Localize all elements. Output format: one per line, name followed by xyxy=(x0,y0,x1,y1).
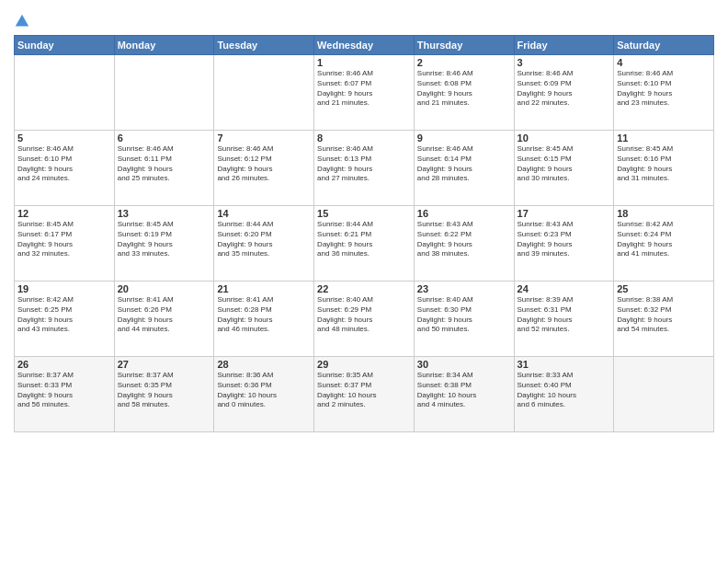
day-number: 15 xyxy=(317,208,411,219)
logo xyxy=(14,13,32,29)
day-info: Sunrise: 8:45 AM Sunset: 6:15 PM Dayligh… xyxy=(518,144,611,184)
day-info: Sunrise: 8:46 AM Sunset: 6:10 PM Dayligh… xyxy=(17,144,111,184)
day-number: 17 xyxy=(518,208,611,219)
calendar-cell: 15Sunrise: 8:44 AM Sunset: 6:21 PM Dayli… xyxy=(314,206,415,282)
day-info: Sunrise: 8:35 AM Sunset: 6:37 PM Dayligh… xyxy=(317,371,411,410)
day-number: 29 xyxy=(317,359,411,370)
calendar-header-friday: Friday xyxy=(514,36,614,55)
calendar-table: SundayMondayTuesdayWednesdayThursdayFrid… xyxy=(14,35,714,432)
day-info: Sunrise: 8:46 AM Sunset: 6:11 PM Dayligh… xyxy=(118,144,211,184)
calendar-week-row: 26Sunrise: 8:37 AM Sunset: 6:33 PM Dayli… xyxy=(15,357,714,432)
calendar-cell: 24Sunrise: 8:39 AM Sunset: 6:31 PM Dayli… xyxy=(514,282,614,357)
day-info: Sunrise: 8:46 AM Sunset: 6:08 PM Dayligh… xyxy=(417,69,511,109)
day-info: Sunrise: 8:46 AM Sunset: 6:09 PM Dayligh… xyxy=(518,69,611,109)
day-number: 4 xyxy=(617,57,711,68)
day-number: 28 xyxy=(217,359,311,370)
calendar-cell xyxy=(614,357,714,432)
day-info: Sunrise: 8:37 AM Sunset: 6:33 PM Dayligh… xyxy=(17,371,111,410)
calendar-header-wednesday: Wednesday xyxy=(314,36,415,55)
svg-marker-0 xyxy=(16,15,28,27)
day-info: Sunrise: 8:39 AM Sunset: 6:31 PM Dayligh… xyxy=(518,295,611,335)
calendar-cell xyxy=(15,55,115,131)
calendar-header-saturday: Saturday xyxy=(614,36,714,55)
calendar-cell: 12Sunrise: 8:45 AM Sunset: 6:17 PM Dayli… xyxy=(15,206,115,282)
day-number: 31 xyxy=(518,359,611,370)
calendar-cell: 10Sunrise: 8:45 AM Sunset: 6:15 PM Dayli… xyxy=(514,131,614,206)
day-number: 5 xyxy=(17,132,111,144)
logo-icon xyxy=(14,13,30,29)
day-number: 20 xyxy=(118,283,211,294)
calendar-cell: 4Sunrise: 8:46 AM Sunset: 6:10 PM Daylig… xyxy=(614,55,714,131)
calendar-week-row: 12Sunrise: 8:45 AM Sunset: 6:17 PM Dayli… xyxy=(15,206,714,282)
calendar-cell: 22Sunrise: 8:40 AM Sunset: 6:29 PM Dayli… xyxy=(314,282,415,357)
calendar-header-tuesday: Tuesday xyxy=(214,36,314,55)
day-number: 3 xyxy=(518,57,611,68)
day-number: 27 xyxy=(118,359,211,370)
day-info: Sunrise: 8:42 AM Sunset: 6:25 PM Dayligh… xyxy=(17,295,111,335)
day-info: Sunrise: 8:43 AM Sunset: 6:23 PM Dayligh… xyxy=(518,220,611,259)
day-info: Sunrise: 8:45 AM Sunset: 6:17 PM Dayligh… xyxy=(17,220,111,259)
calendar-cell: 6Sunrise: 8:46 AM Sunset: 6:11 PM Daylig… xyxy=(114,131,214,206)
day-number: 25 xyxy=(617,283,711,294)
calendar-cell: 5Sunrise: 8:46 AM Sunset: 6:10 PM Daylig… xyxy=(15,131,115,206)
calendar-week-row: 19Sunrise: 8:42 AM Sunset: 6:25 PM Dayli… xyxy=(15,282,714,357)
calendar-cell: 18Sunrise: 8:42 AM Sunset: 6:24 PM Dayli… xyxy=(614,206,714,282)
day-number: 23 xyxy=(417,283,511,294)
day-info: Sunrise: 8:44 AM Sunset: 6:20 PM Dayligh… xyxy=(217,220,311,259)
calendar-cell: 17Sunrise: 8:43 AM Sunset: 6:23 PM Dayli… xyxy=(514,206,614,282)
calendar-cell: 30Sunrise: 8:34 AM Sunset: 6:38 PM Dayli… xyxy=(414,357,514,432)
calendar-week-row: 5Sunrise: 8:46 AM Sunset: 6:10 PM Daylig… xyxy=(15,131,714,206)
day-info: Sunrise: 8:41 AM Sunset: 6:26 PM Dayligh… xyxy=(118,295,211,335)
calendar-cell: 28Sunrise: 8:36 AM Sunset: 6:36 PM Dayli… xyxy=(214,357,314,432)
calendar-cell: 13Sunrise: 8:45 AM Sunset: 6:19 PM Dayli… xyxy=(114,206,214,282)
calendar-cell: 19Sunrise: 8:42 AM Sunset: 6:25 PM Dayli… xyxy=(15,282,115,357)
day-number: 13 xyxy=(118,208,211,219)
day-info: Sunrise: 8:41 AM Sunset: 6:28 PM Dayligh… xyxy=(217,295,311,335)
day-info: Sunrise: 8:44 AM Sunset: 6:21 PM Dayligh… xyxy=(317,220,411,259)
day-info: Sunrise: 8:45 AM Sunset: 6:16 PM Dayligh… xyxy=(617,144,711,184)
day-info: Sunrise: 8:33 AM Sunset: 6:40 PM Dayligh… xyxy=(518,371,611,410)
calendar-cell: 14Sunrise: 8:44 AM Sunset: 6:20 PM Dayli… xyxy=(214,206,314,282)
day-info: Sunrise: 8:42 AM Sunset: 6:24 PM Dayligh… xyxy=(617,220,711,259)
calendar-cell: 25Sunrise: 8:38 AM Sunset: 6:32 PM Dayli… xyxy=(614,282,714,357)
calendar-cell xyxy=(114,55,214,131)
calendar-cell: 3Sunrise: 8:46 AM Sunset: 6:09 PM Daylig… xyxy=(514,55,614,131)
calendar-cell: 7Sunrise: 8:46 AM Sunset: 6:12 PM Daylig… xyxy=(214,131,314,206)
calendar-week-row: 1Sunrise: 8:46 AM Sunset: 6:07 PM Daylig… xyxy=(15,55,714,131)
day-info: Sunrise: 8:45 AM Sunset: 6:19 PM Dayligh… xyxy=(118,220,211,259)
calendar-cell: 20Sunrise: 8:41 AM Sunset: 6:26 PM Dayli… xyxy=(114,282,214,357)
day-info: Sunrise: 8:37 AM Sunset: 6:35 PM Dayligh… xyxy=(118,371,211,410)
day-number: 14 xyxy=(217,208,311,219)
day-number: 18 xyxy=(617,208,711,219)
day-number: 9 xyxy=(417,132,511,144)
calendar-cell: 27Sunrise: 8:37 AM Sunset: 6:35 PM Dayli… xyxy=(114,357,214,432)
calendar-header-sunday: Sunday xyxy=(15,36,115,55)
day-info: Sunrise: 8:36 AM Sunset: 6:36 PM Dayligh… xyxy=(217,371,311,410)
day-number: 8 xyxy=(317,132,411,144)
calendar-cell: 16Sunrise: 8:43 AM Sunset: 6:22 PM Dayli… xyxy=(414,206,514,282)
header xyxy=(14,9,714,29)
day-info: Sunrise: 8:34 AM Sunset: 6:38 PM Dayligh… xyxy=(417,371,511,410)
calendar-cell: 2Sunrise: 8:46 AM Sunset: 6:08 PM Daylig… xyxy=(414,55,514,131)
day-number: 24 xyxy=(518,283,611,294)
calendar-cell: 29Sunrise: 8:35 AM Sunset: 6:37 PM Dayli… xyxy=(314,357,415,432)
day-number: 16 xyxy=(417,208,511,219)
day-info: Sunrise: 8:46 AM Sunset: 6:12 PM Dayligh… xyxy=(217,144,311,184)
day-number: 26 xyxy=(17,359,111,370)
day-info: Sunrise: 8:43 AM Sunset: 6:22 PM Dayligh… xyxy=(417,220,511,259)
day-info: Sunrise: 8:40 AM Sunset: 6:30 PM Dayligh… xyxy=(417,295,511,335)
calendar-cell: 8Sunrise: 8:46 AM Sunset: 6:13 PM Daylig… xyxy=(314,131,415,206)
day-info: Sunrise: 8:46 AM Sunset: 6:07 PM Dayligh… xyxy=(317,69,411,109)
calendar-cell: 21Sunrise: 8:41 AM Sunset: 6:28 PM Dayli… xyxy=(214,282,314,357)
calendar-header-monday: Monday xyxy=(114,36,214,55)
day-info: Sunrise: 8:38 AM Sunset: 6:32 PM Dayligh… xyxy=(617,295,711,335)
day-number: 19 xyxy=(17,283,111,294)
day-number: 7 xyxy=(217,132,311,144)
day-info: Sunrise: 8:46 AM Sunset: 6:10 PM Dayligh… xyxy=(617,69,711,109)
day-info: Sunrise: 8:46 AM Sunset: 6:13 PM Dayligh… xyxy=(317,144,411,184)
calendar-cell: 11Sunrise: 8:45 AM Sunset: 6:16 PM Dayli… xyxy=(614,131,714,206)
calendar-cell: 26Sunrise: 8:37 AM Sunset: 6:33 PM Dayli… xyxy=(15,357,115,432)
calendar-cell: 31Sunrise: 8:33 AM Sunset: 6:40 PM Dayli… xyxy=(514,357,614,432)
day-number: 21 xyxy=(217,283,311,294)
calendar-header-thursday: Thursday xyxy=(414,36,514,55)
